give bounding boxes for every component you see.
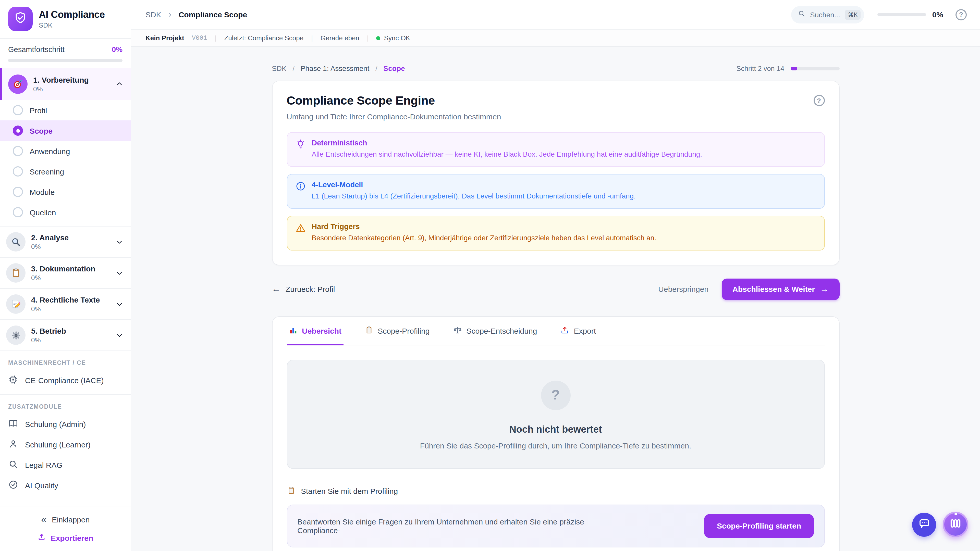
overall-progress: Gesamtfortschritt 0% [0,39,130,68]
sidebar-item-module[interactable]: Module [0,182,130,202]
sidebar-item-quellen[interactable]: Quellen [0,202,130,222]
page-crumb-phase[interactable]: Phase 1: Assessment [301,64,369,73]
sidebar-item-label: Legal RAG [25,460,62,469]
sidebar: AI Compliance SDK Gesamtfortschritt 0% 1… [0,0,131,551]
phase-label: 1. Vorbereitung [33,76,89,84]
main-area: SDK Compliance Scope Suchen... ⌘K 0% ? K… [131,0,980,551]
project-name: Kein Projekt [145,34,184,42]
info-box-deterministisch: Deterministisch Alle Entscheidungen sind… [286,132,824,167]
chevron-up-icon [115,80,124,88]
page-crumb-current: Scope [383,64,405,73]
cta-card: Beantworten Sie einige Fragen zu Ihrem U… [286,504,824,547]
sidebar-item-screening[interactable]: Screening [0,161,130,182]
step-progress-bar [791,67,839,70]
back-button[interactable]: ← Zurueck: Profil [272,284,335,294]
tab-label: Scope-Entscheidung [466,327,537,335]
phase-percent: 0% [31,336,66,344]
export-tray-icon [560,326,569,336]
tab-label: Export [574,327,596,335]
info-box-text: Besondere Datenkategorien (Art. 9), Mind… [312,233,656,243]
brand-text: AI Compliance SDK [39,9,105,29]
book-icon [8,418,18,430]
kanban-panel-button[interactable] [943,512,968,537]
divider: / [293,64,294,73]
help-icon[interactable]: ? [813,95,824,106]
overall-progress-value: 0% [112,45,123,54]
section-label-maschinenrecht: MASCHINENRECHT / CE [0,351,130,370]
info-box-4-level-modell: 4-Level-Modell L1 (Lean Startup) bis L4 … [286,174,824,209]
header-progress-bar [878,13,926,16]
sidebar-phase-analyse[interactable]: 2. Analyse 0% [0,226,130,257]
breadcrumb-root[interactable]: SDK [145,10,161,19]
timestamp: Gerade eben [321,34,360,42]
section-label-zusatzmodule: ZUSATZMODULE [0,395,130,414]
info-box-title: Deterministisch [312,139,702,147]
sidebar-item-anwendung[interactable]: Anwendung [0,141,130,161]
phase-label: 5. Betrieb [31,327,66,335]
export-button[interactable]: Exportieren [38,533,94,543]
breadcrumb-current: Compliance Scope [179,10,247,19]
info-box-hard-triggers: Hard Triggers Besondere Datenkategorien … [286,216,824,251]
lightbulb-icon [295,139,305,159]
sidebar-item-label: Module [30,187,55,196]
divider: / [375,64,377,73]
chevron-down-icon [115,269,124,277]
sidebar-item-profil[interactable]: Profil [0,100,130,121]
page-crumb-root[interactable]: SDK [272,64,286,73]
sidebar-phase-rechtliche-texte[interactable]: 4. Rechtliche Texte 0% [0,288,130,319]
sync-status: Sync OK [376,34,410,42]
clipboard-icon [6,263,25,283]
overall-progress-bar [8,59,123,62]
sidebar-item-label: Scope [30,126,52,135]
arrow-left-icon: ← [272,284,280,294]
floating-buttons [912,512,968,537]
info-box-title: Hard Triggers [312,222,656,230]
app-logo [8,6,33,31]
sidebar-item-ce-compliance[interactable]: CE-Compliance (IACE) [0,370,130,390]
header-progress-value: 0% [932,10,943,19]
cpu-chip-icon [8,374,18,386]
topbar: SDK Compliance Scope Suchen... ⌘K 0% ? [131,0,980,30]
chat-button[interactable] [912,513,936,537]
tab-scope-entscheidung[interactable]: Scope-Entscheidung [451,317,539,345]
start-scope-profiling-button[interactable]: Scope-Profiling starten [704,513,814,538]
sidebar-item-label: Anwendung [30,147,70,156]
cta-text: Beantworten Sie einige Fragen zu Ihrem U… [298,517,624,534]
kanban-columns-icon [950,517,962,532]
sidebar-item-label: Profil [30,106,47,114]
sidebar-item-schulung-learner[interactable]: Schulung (Learner) [0,434,130,454]
search-placeholder: Suchen... [810,11,840,19]
chevron-down-icon [115,300,124,308]
sidebar-item-label: AI Quality [25,481,58,489]
phase-percent: 0% [31,243,68,251]
tab-uebersicht[interactable]: Uebersicht [286,317,344,345]
chevron-down-icon [115,238,124,246]
sidebar-phase-vorbereitung[interactable]: 1. Vorbereitung 0% [0,68,130,100]
check-circle-icon [8,479,18,491]
sidebar-phase-betrieb[interactable]: 5. Betrieb 0% [0,319,130,351]
radio-unchecked-icon [13,207,23,218]
collapse-sidebar-button[interactable]: « Einklappen [41,514,90,524]
tab-label: Uebersicht [302,327,342,335]
chat-bubble-icon [918,517,930,532]
phase-percent: 0% [31,274,95,282]
sidebar-item-label: Schulung (Learner) [25,440,91,449]
chevron-right-icon [166,11,173,18]
complete-next-button[interactable]: Abschliessen & Weiter → [722,278,839,300]
help-icon[interactable]: ? [956,9,967,20]
sidebar-item-scope[interactable]: Scope [0,121,130,141]
tab-export[interactable]: Export [558,317,598,345]
sidebar-item-ai-quality[interactable]: AI Quality [0,475,130,495]
shield-check-icon [14,11,27,27]
keyboard-shortcut-badge: ⌘K [845,10,861,20]
search-button[interactable]: Suchen... ⌘K [791,6,864,23]
skip-button[interactable]: Ueberspringen [658,285,708,293]
sidebar-item-legal-rag[interactable]: Legal RAG [0,454,130,475]
last-saved-label: Zuletzt: Compliance Scope [224,34,304,42]
sidebar-phase-dokumentation[interactable]: 3. Dokumentation 0% [0,257,130,288]
tab-scope-profiling[interactable]: Scope-Profiling [363,317,431,345]
sidebar-item-schulung-admin[interactable]: Schulung (Admin) [0,414,130,434]
memo-pencil-icon [6,294,25,314]
user-icon [8,438,18,450]
sidebar-footer: « Einklappen Exportieren [0,507,130,551]
